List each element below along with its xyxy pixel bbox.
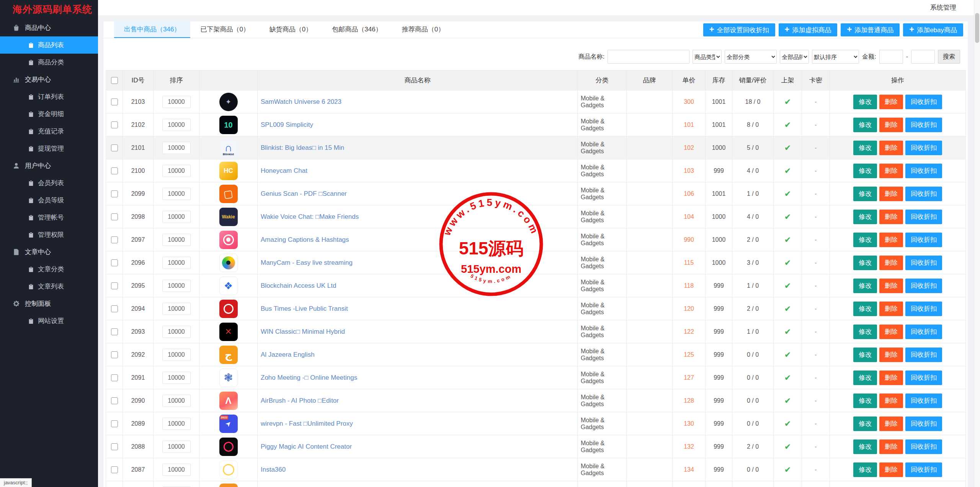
- recycle-discount-button[interactable]: 回收折扣: [905, 416, 942, 431]
- delete-button[interactable]: 删除: [879, 416, 903, 431]
- delete-button[interactable]: 删除: [879, 279, 903, 293]
- header-button-0[interactable]: +全部设置回收折扣: [703, 23, 775, 36]
- recycle-discount-button[interactable]: 回收折扣: [905, 141, 942, 155]
- filter-select-0[interactable]: 商品类型: [693, 50, 722, 64]
- row-checkbox[interactable]: [111, 351, 118, 358]
- delete-button[interactable]: 删除: [879, 371, 903, 385]
- system-admin-menu[interactable]: 系统管理: [930, 0, 956, 15]
- product-name-link[interactable]: Wakie Voice Chat: □Make Friends: [261, 213, 359, 220]
- row-checkbox[interactable]: [111, 420, 118, 427]
- sidebar-item-3-1[interactable]: 文章列表: [0, 278, 98, 295]
- delete-button[interactable]: 删除: [879, 439, 903, 454]
- product-name-link[interactable]: ManyCam - Easy live streaming: [261, 259, 353, 266]
- sort-input[interactable]: [162, 372, 191, 384]
- edit-button[interactable]: 修改: [853, 141, 877, 155]
- sidebar-item-1-2[interactable]: 充值记录: [0, 123, 98, 140]
- tab-3[interactable]: 包邮商品（346）: [322, 21, 392, 38]
- sort-input[interactable]: [162, 395, 191, 407]
- sidebar-group-4[interactable]: 控制面板: [0, 295, 98, 312]
- delete-button[interactable]: 删除: [879, 233, 903, 247]
- sidebar-item-4-0[interactable]: 网站设置: [0, 312, 98, 330]
- delete-button[interactable]: 删除: [879, 302, 903, 316]
- product-name-link[interactable]: WIN Classic□ Minimal Hybrid: [261, 328, 345, 335]
- sort-input[interactable]: [162, 257, 191, 269]
- product-name-link[interactable]: Genius Scan - PDF □Scanner: [261, 190, 347, 197]
- delete-button[interactable]: 删除: [879, 141, 903, 155]
- recycle-discount-button[interactable]: 回收折扣: [905, 371, 942, 385]
- row-checkbox[interactable]: [111, 213, 118, 220]
- header-button-2[interactable]: +添加普通商品: [841, 23, 900, 36]
- product-name-link[interactable]: Piggy Magic AI Content Creator: [261, 443, 352, 450]
- sort-input[interactable]: [162, 326, 191, 338]
- delete-button[interactable]: 删除: [879, 256, 903, 270]
- sort-input[interactable]: [162, 211, 191, 223]
- edit-button[interactable]: 修改: [853, 256, 877, 270]
- sidebar-group-3[interactable]: 文章中心: [0, 243, 98, 261]
- recycle-discount-button[interactable]: 回收折扣: [905, 187, 942, 201]
- row-checkbox[interactable]: [111, 397, 118, 404]
- delete-button[interactable]: 删除: [879, 462, 903, 477]
- sidebar-group-1[interactable]: 交易中心: [0, 71, 98, 88]
- sort-input[interactable]: [162, 234, 191, 246]
- sort-input[interactable]: [162, 303, 191, 315]
- row-checkbox[interactable]: [111, 121, 118, 128]
- edit-button[interactable]: 修改: [853, 439, 877, 454]
- row-checkbox[interactable]: [111, 282, 118, 289]
- recycle-discount-button[interactable]: 回收折扣: [905, 210, 942, 224]
- product-name-link[interactable]: Blinkist: Big Ideas□ in 15 Min: [261, 144, 344, 151]
- delete-button[interactable]: 删除: [879, 394, 903, 408]
- edit-button[interactable]: 修改: [853, 210, 877, 224]
- header-button-1[interactable]: +添加虚拟商品: [779, 23, 838, 36]
- recycle-discount-button[interactable]: 回收折扣: [905, 462, 942, 477]
- row-checkbox[interactable]: [111, 144, 118, 151]
- sidebar-item-0-1[interactable]: 商品分类: [0, 54, 98, 71]
- select-all-checkbox[interactable]: [111, 77, 118, 84]
- scrollbar-track[interactable]: [974, 0, 980, 487]
- sort-input[interactable]: [162, 418, 191, 430]
- delete-button[interactable]: 删除: [879, 325, 903, 339]
- row-checkbox[interactable]: [111, 466, 118, 473]
- sidebar-item-2-1[interactable]: 会员等级: [0, 192, 98, 209]
- product-name-link[interactable]: Bus Times -Live Public Transit: [261, 305, 348, 312]
- row-checkbox[interactable]: [111, 236, 118, 243]
- edit-button[interactable]: 修改: [853, 325, 877, 339]
- recycle-discount-button[interactable]: 回收折扣: [905, 348, 942, 362]
- row-checkbox[interactable]: [111, 167, 118, 174]
- recycle-discount-button[interactable]: 回收折扣: [905, 164, 942, 178]
- product-name-link[interactable]: Insta360: [261, 466, 286, 473]
- row-checkbox[interactable]: [111, 305, 118, 312]
- recycle-discount-button[interactable]: 回收折扣: [905, 439, 942, 454]
- product-name-link[interactable]: Al Jazeera English: [261, 351, 315, 358]
- edit-button[interactable]: 修改: [853, 371, 877, 385]
- edit-button[interactable]: 修改: [853, 164, 877, 178]
- sidebar-item-1-1[interactable]: 资金明细: [0, 105, 98, 123]
- edit-button[interactable]: 修改: [853, 187, 877, 201]
- edit-button[interactable]: 修改: [853, 416, 877, 431]
- amount-min-input[interactable]: [879, 50, 903, 64]
- sidebar-group-0[interactable]: 商品中心: [0, 19, 98, 36]
- delete-button[interactable]: 删除: [879, 187, 903, 201]
- product-name-link[interactable]: wirevpn - Fast □Unlimited Proxy: [261, 420, 353, 427]
- recycle-discount-button[interactable]: 回收折扣: [905, 279, 942, 293]
- sort-input[interactable]: [162, 441, 191, 453]
- tab-1[interactable]: 已下架商品（0）: [190, 21, 259, 38]
- sidebar-group-2[interactable]: 用户中心: [0, 157, 98, 174]
- sidebar-item-2-0[interactable]: 会员列表: [0, 174, 98, 192]
- recycle-discount-button[interactable]: 回收折扣: [905, 302, 942, 316]
- product-name-link[interactable]: Blockchain Access UK Ltd: [261, 282, 336, 289]
- product-name-link[interactable]: SPL009 Simplicity: [261, 121, 313, 128]
- recycle-discount-button[interactable]: 回收折扣: [905, 233, 942, 247]
- sort-input[interactable]: [162, 464, 191, 476]
- edit-button[interactable]: 修改: [853, 118, 877, 132]
- sidebar-item-2-2[interactable]: 管理帐号: [0, 209, 98, 226]
- sidebar-item-1-0[interactable]: 订单列表: [0, 88, 98, 105]
- edit-button[interactable]: 修改: [853, 348, 877, 362]
- row-checkbox[interactable]: [111, 259, 118, 266]
- product-name-link[interactable]: Amazing Captions & Hashtags: [261, 236, 349, 243]
- delete-button[interactable]: 删除: [879, 348, 903, 362]
- edit-button[interactable]: 修改: [853, 462, 877, 477]
- tab-4[interactable]: 推荐商品（0）: [392, 21, 454, 38]
- search-button[interactable]: 搜索: [938, 50, 960, 64]
- product-name-link[interactable]: AirBrush - AI Photo □Editor: [261, 397, 339, 404]
- sort-input[interactable]: [162, 280, 191, 292]
